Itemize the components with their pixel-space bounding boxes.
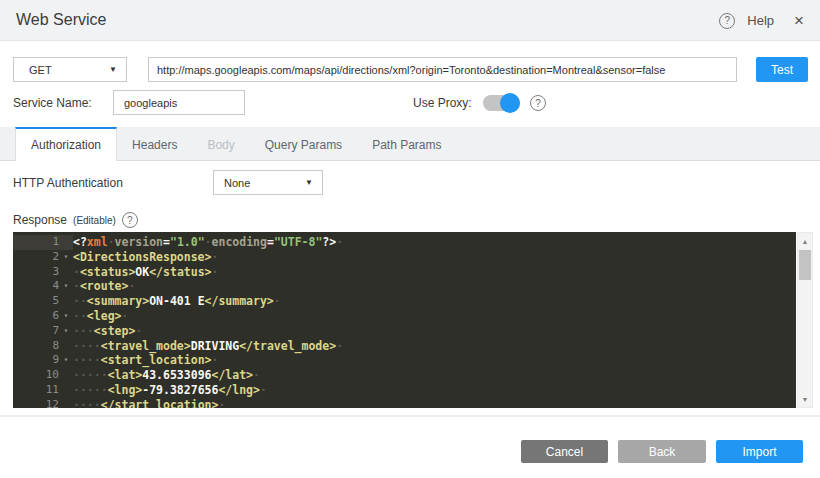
import-button[interactable]: Import <box>716 440 803 463</box>
line-gutter: 9▾ <box>13 353 73 368</box>
line-number: 3 <box>13 265 59 280</box>
fold-arrow-icon[interactable]: ▾ <box>59 309 73 324</box>
code-text: ····</start_location>· <box>73 398 796 408</box>
code-text: ···<step>· <box>73 324 796 339</box>
line-number: 12 <box>13 398 59 408</box>
code-text: ····<travel_mode>DRIVING</travel_mode>· <box>73 339 796 354</box>
code-line: 7▾···<step>· <box>13 324 796 339</box>
code-text: ·····<lng>-79.3827656</lng>· <box>73 383 796 398</box>
response-editor[interactable]: 1<?xml·version="1.0"·encoding="UTF-8"?>·… <box>13 232 796 408</box>
response-header: Response (Editable) ? <box>13 212 138 228</box>
tab-headers[interactable]: Headers <box>117 127 192 160</box>
code-text: <?xml·version="1.0"·encoding="UTF-8"?>· <box>73 235 796 250</box>
scroll-down-icon[interactable]: ▼ <box>798 392 812 406</box>
fold-spacer <box>59 339 73 354</box>
code-line: 2▾<DirectionsResponse>· <box>13 250 796 265</box>
editor-scrollbar[interactable]: ▲ ▼ <box>797 232 813 408</box>
scroll-up-icon[interactable]: ▲ <box>798 234 812 248</box>
fold-spacer <box>59 294 73 309</box>
code-line: 9▾····<start_location>· <box>13 353 796 368</box>
line-number: 5 <box>13 294 59 309</box>
help-link[interactable]: Help <box>747 13 774 28</box>
fold-arrow-icon[interactable]: ▾ <box>59 250 73 265</box>
line-number: 4 <box>13 279 59 294</box>
service-name-label: Service Name: <box>13 96 92 110</box>
line-gutter: 1 <box>13 235 73 250</box>
header-actions: ? Help × <box>719 0 804 41</box>
line-number: 2 <box>13 250 59 265</box>
fold-spacer <box>59 235 73 250</box>
code-line: 4▾·<route>· <box>13 279 796 294</box>
footer-divider <box>0 415 820 417</box>
line-gutter: 12 <box>13 398 73 408</box>
code-line: 1<?xml·version="1.0"·encoding="UTF-8"?>· <box>13 235 796 250</box>
fold-arrow-icon[interactable]: ▾ <box>59 353 73 368</box>
fold-spacer <box>59 398 73 408</box>
line-number: 7 <box>13 324 59 339</box>
close-icon[interactable]: × <box>794 12 804 29</box>
code-line: 8····<travel_mode>DRIVING</travel_mode>· <box>13 339 796 354</box>
code-line: 6▾··<leg>· <box>13 309 796 324</box>
page-title: Web Service <box>16 11 106 29</box>
method-select[interactable]: GET ▼ <box>13 57 127 82</box>
code-text: ·····<lat>43.6533096</lat>· <box>73 368 796 383</box>
code-text: ·<status>OK</status>· <box>73 265 796 280</box>
line-number: 6 <box>13 309 59 324</box>
response-help-icon[interactable]: ? <box>122 212 138 228</box>
dialog-header: Web Service ? Help × <box>0 0 820 41</box>
http-authentication-value: None <box>224 177 250 189</box>
code-line: 3·<status>OK</status>· <box>13 265 796 280</box>
test-button[interactable]: Test <box>756 57 808 82</box>
code-text: <DirectionsResponse>· <box>73 250 796 265</box>
chevron-down-icon: ▼ <box>305 178 313 187</box>
proxy-help-icon[interactable]: ? <box>530 95 546 111</box>
tab-path-params[interactable]: Path Params <box>357 127 456 160</box>
line-number: 8 <box>13 339 59 354</box>
tab-authorization[interactable]: Authorization <box>15 127 117 161</box>
tab-query-params[interactable]: Query Params <box>250 127 357 160</box>
tab-body: Body <box>192 127 249 160</box>
use-proxy-label: Use Proxy: <box>413 96 472 110</box>
http-authentication-label: HTTP Authentication <box>13 176 123 190</box>
method-select-value: GET <box>29 64 52 76</box>
fold-spacer <box>59 265 73 280</box>
tab-bar: AuthorizationHeadersBodyQuery ParamsPath… <box>0 127 820 161</box>
fold-arrow-icon[interactable]: ▾ <box>59 279 73 294</box>
line-gutter: 4▾ <box>13 279 73 294</box>
service-name-input[interactable] <box>113 90 245 115</box>
chevron-down-icon: ▼ <box>109 65 117 74</box>
code-text: ··<summary>ON-401 E</summary>· <box>73 294 796 309</box>
line-gutter: 6▾ <box>13 309 73 324</box>
line-gutter: 10 <box>13 368 73 383</box>
code-line: 5··<summary>ON-401 E</summary>· <box>13 294 796 309</box>
line-number: 10 <box>13 368 59 383</box>
http-authentication-select[interactable]: None ▼ <box>213 170 323 195</box>
code-text: ··<leg>· <box>73 309 796 324</box>
line-gutter: 5 <box>13 294 73 309</box>
line-number: 1 <box>13 235 59 250</box>
cancel-button[interactable]: Cancel <box>521 440 608 463</box>
help-icon[interactable]: ? <box>719 13 735 29</box>
code-line: 11·····<lng>-79.3827656</lng>· <box>13 383 796 398</box>
url-input[interactable] <box>148 57 737 82</box>
response-label: Response <box>13 213 67 227</box>
line-number: 11 <box>13 383 59 398</box>
back-button[interactable]: Back <box>618 440 706 463</box>
fold-spacer <box>59 383 73 398</box>
code-line: 12····</start_location>· <box>13 398 796 408</box>
line-gutter: 7▾ <box>13 324 73 339</box>
line-gutter: 11 <box>13 383 73 398</box>
line-number: 9 <box>13 353 59 368</box>
fold-arrow-icon[interactable]: ▾ <box>59 324 73 339</box>
code-text: ·<route>· <box>73 279 796 294</box>
code-text: ····<start_location>· <box>73 353 796 368</box>
line-gutter: 2▾ <box>13 250 73 265</box>
use-proxy-toggle[interactable] <box>483 93 520 113</box>
code-line: 10·····<lat>43.6533096</lat>· <box>13 368 796 383</box>
scrollbar-thumb[interactable] <box>799 250 811 280</box>
response-editable-note: (Editable) <box>73 215 116 226</box>
fold-spacer <box>59 368 73 383</box>
toggle-knob <box>500 93 520 113</box>
line-gutter: 8 <box>13 339 73 354</box>
line-gutter: 3 <box>13 265 73 280</box>
